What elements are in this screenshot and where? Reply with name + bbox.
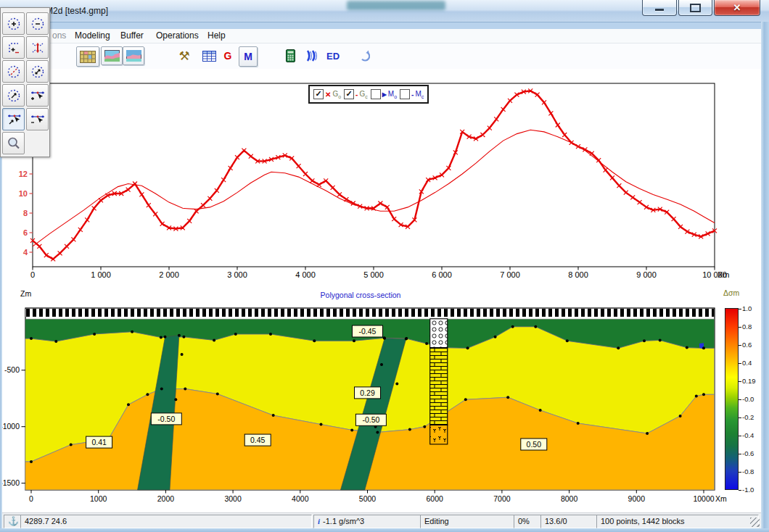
palette-polygon-remove-button[interactable] xyxy=(26,12,49,35)
vertex-dot[interactable] xyxy=(577,422,580,425)
cross-section-chart[interactable]: Polygonal cross-sectionZm-0.450.29-0.50-… xyxy=(0,286,769,512)
vertex-dot[interactable] xyxy=(646,432,649,435)
vertex-dot[interactable] xyxy=(511,325,514,328)
vertex-dot[interactable] xyxy=(395,383,398,386)
palette-point-drag-button[interactable] xyxy=(2,108,25,130)
profile-plot-area[interactable] xyxy=(33,83,715,267)
vertex-dot[interactable] xyxy=(464,398,467,401)
palette-line-add-point-button[interactable] xyxy=(26,84,49,107)
legend-checkbox-gc[interactable]: ✓ xyxy=(344,89,354,99)
vertex-dot[interactable] xyxy=(506,396,509,399)
vertex-dot[interactable] xyxy=(127,403,130,406)
section-xtick-label: 3000 xyxy=(224,494,242,503)
palette-polygon-add-button[interactable] xyxy=(2,12,25,35)
vertex-dot[interactable] xyxy=(54,340,57,343)
window-border-right xyxy=(761,22,769,529)
vertex-dot[interactable] xyxy=(423,425,426,428)
profile-xtick-label: 1 000 xyxy=(91,270,111,279)
section-xtick-label: 10000 xyxy=(693,494,714,503)
vertex-dot[interactable] xyxy=(380,363,383,366)
legend-label-mo: Mo xyxy=(388,90,397,99)
vertex-dot[interactable] xyxy=(643,339,646,342)
vertex-dot[interactable] xyxy=(146,393,149,396)
vertex-dot[interactable] xyxy=(686,346,688,349)
polygon-drag-icon xyxy=(6,88,22,104)
vertex-dot[interactable] xyxy=(383,337,386,340)
status-coordinates: 4289.7 24.6 xyxy=(20,515,312,528)
density-label-text: 0.41 xyxy=(91,438,107,446)
legend-checkbox-mo[interactable] xyxy=(371,89,381,99)
palette-zoom-button[interactable] xyxy=(2,132,25,154)
legend-checkbox-mc[interactable] xyxy=(400,89,410,99)
vertex-dot[interactable] xyxy=(350,428,353,431)
vertex-dot[interactable] xyxy=(131,331,133,333)
vertex-dot[interactable] xyxy=(269,333,272,336)
vertex-dot[interactable] xyxy=(702,393,705,396)
legend-checkbox-go[interactable]: ✓ xyxy=(313,89,324,99)
vertex-dot[interactable] xyxy=(425,342,428,345)
vertex-dot[interactable] xyxy=(695,395,698,398)
vertex-dot[interactable] xyxy=(234,333,237,336)
profile-xtick-label: 0 xyxy=(30,270,35,279)
vertex-dot[interactable] xyxy=(272,414,275,417)
section-xtick-label: 7000 xyxy=(493,494,511,503)
vertex-dot[interactable] xyxy=(313,339,316,342)
vertex-dot[interactable] xyxy=(353,339,355,342)
vertex-dot[interactable] xyxy=(702,346,705,349)
vertex-dot[interactable] xyxy=(617,346,620,349)
screen: M2d [test4.gmp] ✕ ons Modeling Buffer Op… xyxy=(0,0,769,532)
status-mode: Editing xyxy=(420,515,514,528)
vertex-dot[interactable] xyxy=(320,423,323,426)
palette-polygon-split-button[interactable] xyxy=(2,60,25,83)
vertex-dot[interactable] xyxy=(174,398,177,401)
borehole-section-circP xyxy=(430,319,448,348)
section-xtick-label: 1000 xyxy=(90,494,107,503)
vertex-dot[interactable] xyxy=(539,409,542,412)
palette-polygon-drag-button[interactable] xyxy=(2,84,25,107)
vertex-dot[interactable] xyxy=(376,431,379,434)
point-drag-icon xyxy=(6,112,22,128)
vertex-dot[interactable] xyxy=(30,337,33,340)
resize-grip[interactable] xyxy=(750,518,760,527)
vertex-dot[interactable] xyxy=(160,336,163,339)
vertex-dot[interactable] xyxy=(182,336,185,338)
vertex-dot[interactable] xyxy=(566,339,569,342)
profile-ytick-label: 4 xyxy=(23,248,28,257)
palette-vertex-move-button[interactable] xyxy=(26,36,49,59)
vertex-dot[interactable] xyxy=(534,325,537,328)
density-label-text: 0.50 xyxy=(527,440,542,449)
vertex-dot[interactable] xyxy=(213,338,215,341)
vertex-dot[interactable] xyxy=(405,337,408,340)
vertex-dot[interactable] xyxy=(164,336,167,338)
vertex-dot[interactable] xyxy=(30,460,33,463)
colorbar-tick-label: -1.0 xyxy=(739,486,754,494)
palette-polygon-rotate-button[interactable] xyxy=(26,60,49,83)
colorbar-tick-label: 0.6 xyxy=(739,341,752,349)
colorbar-tick-label: 0.4 xyxy=(739,359,752,367)
vertex-dot[interactable] xyxy=(160,388,163,391)
gravity-profile-chart[interactable]: 46810121416182001 0002 0003 0004 0005 00… xyxy=(0,0,769,286)
vertex-dot[interactable] xyxy=(184,388,186,391)
vertex-dot[interactable] xyxy=(70,444,73,446)
palette-rect-add-button[interactable] xyxy=(2,36,25,59)
profile-xtick-label: 2 000 xyxy=(159,270,179,279)
vertex-dot[interactable] xyxy=(494,336,497,338)
profile-xtick-label: 6 000 xyxy=(432,270,452,279)
vertex-dot[interactable] xyxy=(408,428,411,431)
palette-line-remove-point-button[interactable] xyxy=(26,108,49,130)
vertex-dot[interactable] xyxy=(216,393,219,396)
vertex-dot[interactable] xyxy=(93,333,96,336)
profile-ytick-label: 12 xyxy=(19,170,28,178)
vertex-dot[interactable] xyxy=(466,346,469,349)
section-xtick-label: 2000 xyxy=(157,494,175,503)
arrow-marker-icon: ▶ xyxy=(382,91,387,98)
section-ytick-label: -1500 xyxy=(0,478,20,487)
colorbar-title: Δσm xyxy=(723,288,739,297)
vertex-dot[interactable] xyxy=(679,415,682,417)
vertex-dot[interactable] xyxy=(178,334,181,337)
borehole-section-ysymP xyxy=(430,425,448,444)
status-bar: ⚓ 4289.7 24.6 i-1.1 g/sm^3 Editing 0% 13… xyxy=(2,512,761,529)
profile-legend: ✓ ✕ Go ✓ - Gc ▶ Mo - Mc xyxy=(308,85,429,104)
vertex-dot[interactable] xyxy=(659,338,662,341)
vertex-dot[interactable] xyxy=(181,353,184,356)
